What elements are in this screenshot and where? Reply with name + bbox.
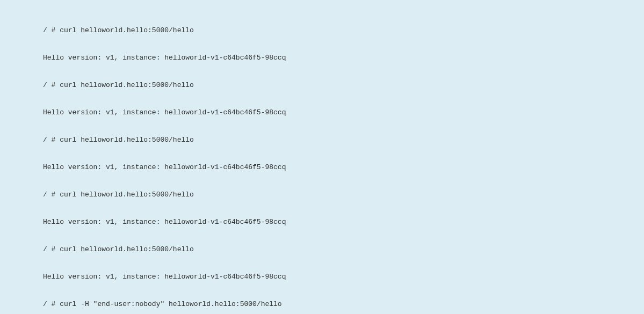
terminal-output: / # curl helloworld.hello:5000/hello Hel… bbox=[43, 8, 644, 314]
terminal-line: Hello version: v1, instance: helloworld-… bbox=[43, 217, 644, 227]
terminal-line: / # curl helloworld.hello:5000/hello bbox=[43, 81, 644, 90]
terminal-line: Hello version: v1, instance: helloworld-… bbox=[43, 272, 644, 281]
terminal-line: / # curl helloworld.hello:5000/hello bbox=[43, 190, 644, 199]
terminal-line: / # curl helloworld.hello:5000/hello bbox=[43, 26, 644, 35]
terminal-line: / # curl helloworld.hello:5000/hello bbox=[43, 245, 644, 254]
terminal-line: / # curl -H "end-user:nobody" helloworld… bbox=[43, 300, 644, 309]
terminal-line: Hello version: v1, instance: helloworld-… bbox=[43, 53, 644, 62]
terminal-line: / # curl helloworld.hello:5000/hello bbox=[43, 135, 644, 144]
terminal-line: Hello version: v1, instance: helloworld-… bbox=[43, 108, 644, 117]
terminal-line: Hello version: v1, instance: helloworld-… bbox=[43, 163, 644, 172]
